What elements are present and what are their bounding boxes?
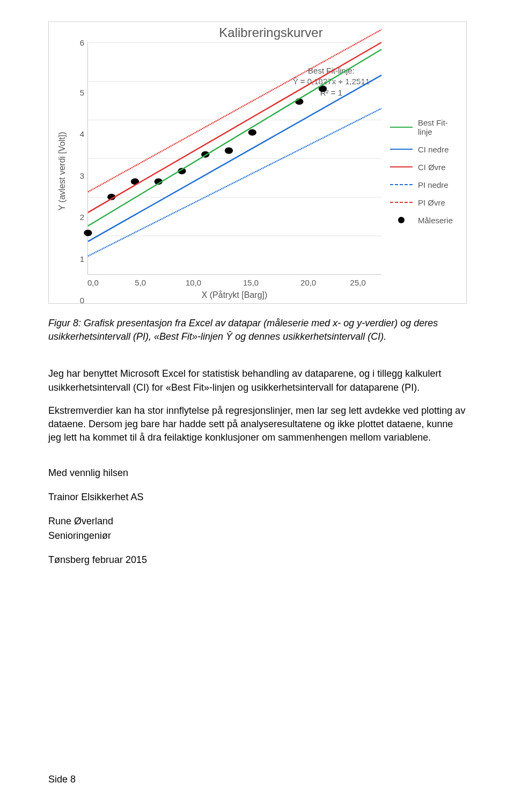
legend-item: Best Fit-linje bbox=[390, 118, 462, 136]
body-paragraph: Jeg har benyttet Microsoft Excel for sta… bbox=[48, 367, 467, 394]
place-date: Tønsberg februar 2015 bbox=[48, 553, 467, 567]
y-axis-label-box: Y (avlest verdi [Volt]) bbox=[53, 42, 71, 300]
chart-title: Kalibreringskurver bbox=[80, 25, 462, 40]
svg-point-6 bbox=[225, 148, 233, 154]
legend-item: PI nedre bbox=[390, 180, 462, 189]
svg-point-7 bbox=[248, 129, 256, 136]
chart-legend: Best Fit-linje CI nedre CI Øvre PI nedre… bbox=[381, 42, 462, 300]
author-role: Senioringeniør bbox=[48, 529, 467, 543]
legend-item: Måleserie bbox=[390, 216, 462, 225]
x-axis-label: X (Påtrykt [Barg]) bbox=[87, 290, 381, 300]
figure-caption: Figur 8: Grafisk presentasjon fra Excel … bbox=[48, 317, 467, 343]
svg-line-12 bbox=[88, 42, 381, 213]
greeting: Med vennlig hilsen bbox=[48, 466, 467, 480]
chart-container: Kalibreringskurver Y (avlest verdi [Volt… bbox=[48, 21, 467, 304]
author-name: Rune Øverland bbox=[48, 514, 467, 529]
company: Trainor Elsikkerhet AS bbox=[48, 490, 467, 504]
signature-block: Med vennlig hilsen Trainor Elsikkerhet A… bbox=[48, 466, 467, 567]
y-axis-label: Y (avlest verdi [Volt]) bbox=[57, 132, 67, 210]
page-number: Side 8 bbox=[48, 774, 76, 785]
legend-item: CI nedre bbox=[390, 145, 462, 154]
svg-line-10 bbox=[88, 49, 381, 226]
legend-item: PI Øvre bbox=[390, 198, 462, 207]
plot-area: Best Fit-linje: Ŷ = 0,1827x + 1,2511 R² … bbox=[87, 42, 381, 275]
body-paragraph: Ekstremverdier kan ha stor innflytelse p… bbox=[48, 404, 467, 445]
svg-point-0 bbox=[84, 230, 92, 236]
svg-line-14 bbox=[88, 30, 381, 192]
x-axis-ticks: 0,0 5,0 10,0 15,0 20,0 25,0 bbox=[87, 275, 381, 287]
legend-item: CI Øvre bbox=[390, 163, 462, 172]
dot-icon bbox=[398, 217, 404, 223]
y-axis-ticks: 6 5 4 3 2 1 0 bbox=[71, 42, 87, 300]
svg-line-11 bbox=[88, 75, 381, 242]
chart-body: Y (avlest verdi [Volt]) 6 5 4 3 2 1 0 Be… bbox=[53, 42, 462, 300]
